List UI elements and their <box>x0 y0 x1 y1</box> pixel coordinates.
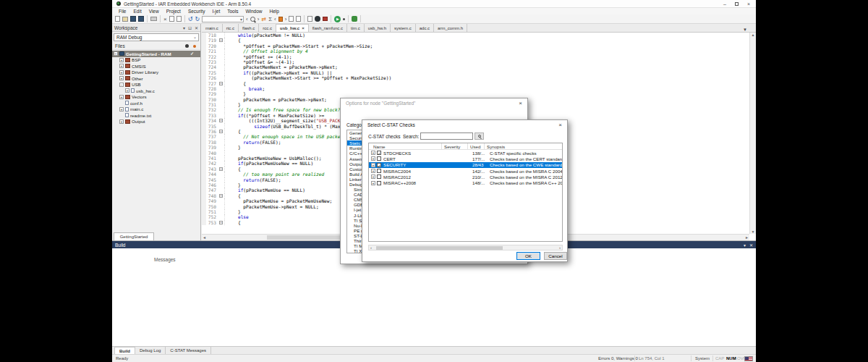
float-icon[interactable]: ⊡ <box>188 25 192 30</box>
code-line[interactable]: 718 while(pPacketMem != NULL) <box>202 33 749 38</box>
minimize-icon[interactable]: – <box>723 1 726 7</box>
expander-icon[interactable]: + <box>371 174 375 179</box>
fold-margin[interactable] <box>218 209 225 214</box>
find-next-icon[interactable]: › <box>258 16 260 22</box>
expander-icon[interactable]: + <box>119 107 124 111</box>
fold-margin[interactable] <box>218 151 225 156</box>
output-tab-build[interactable]: Build <box>114 347 135 354</box>
close-icon[interactable]: ✕ <box>749 243 753 248</box>
compile-icon[interactable] <box>289 16 294 22</box>
editor-tab-usb-hw-h[interactable]: usb_hw.h <box>365 24 391 32</box>
cancel-button[interactable]: Cancel <box>544 252 567 260</box>
code-line[interactable]: 724 pPacketMemNext = pPacketMem->pNext; <box>202 64 749 70</box>
scroll-right-icon[interactable]: ▸ <box>746 235 748 240</box>
fold-margin[interactable] <box>218 177 225 182</box>
code-line[interactable]: 721 // Offset alignment by 4 <box>202 49 749 54</box>
scroll-up-icon[interactable]: ▲ <box>752 33 755 37</box>
tree-item-gettingstarted-ram[interactable]: −GettingStarted - RAM✓ <box>112 51 200 57</box>
expander-icon[interactable]: − <box>114 51 118 56</box>
code-line[interactable]: 719− { <box>202 38 749 43</box>
menu-edit[interactable]: Edit <box>129 9 145 14</box>
fold-margin[interactable] <box>218 33 225 38</box>
code-line[interactable]: 722 *pOffset += (4-1); <box>202 54 749 59</box>
search-button[interactable] <box>475 132 484 140</box>
fold-margin[interactable] <box>218 59 225 64</box>
expander-icon[interactable]: + <box>119 58 124 62</box>
code-line[interactable]: 723 *pOffset &= ~(4-1); <box>202 59 749 64</box>
expander-icon[interactable]: + <box>125 88 129 93</box>
tree-item-main-c[interactable]: +main.c <box>112 106 200 113</box>
fold-margin[interactable] <box>218 86 225 91</box>
code-line[interactable]: 728 break; <box>202 86 749 91</box>
go-to-function-icon[interactable]: Σ <box>268 16 272 22</box>
fold-margin[interactable]: − <box>218 129 225 134</box>
menu-project[interactable]: Project <box>163 9 184 14</box>
redo-icon[interactable]: ↻ <box>195 16 200 22</box>
ok-button[interactable]: OK <box>516 252 540 260</box>
checks-horizontal-scrollbar[interactable]: ‹ › <box>368 245 563 251</box>
fold-margin[interactable]: − <box>218 220 225 225</box>
menu-i-jet[interactable]: I-jet <box>208 9 224 14</box>
checkbox[interactable] <box>377 181 381 185</box>
ijet-probe-icon[interactable] <box>352 16 357 22</box>
expander-icon[interactable]: + <box>119 119 124 124</box>
fold-margin[interactable]: − <box>218 118 225 123</box>
fold-margin[interactable] <box>218 161 225 166</box>
previous-bookmark-icon[interactable]: ‹ <box>274 16 276 22</box>
checkbox-checked[interactable]: ✓ <box>377 163 381 167</box>
workspace-tab[interactable]: GettingStarted <box>114 232 154 240</box>
editor-tab-flash-ramfunc-c[interactable]: flash_ramfunc.c <box>309 24 347 32</box>
fold-collapse-icon[interactable]: − <box>219 167 223 171</box>
fold-collapse-icon[interactable]: − <box>219 194 223 198</box>
tree-item-vectors[interactable]: +Vectors <box>112 94 200 101</box>
editor-tab-system-c[interactable]: system.c <box>391 24 416 32</box>
fold-margin[interactable]: − <box>218 167 225 172</box>
expander-icon[interactable]: − <box>119 83 124 87</box>
maximize-icon[interactable] <box>735 2 739 6</box>
fold-margin[interactable] <box>218 140 225 145</box>
expander-icon[interactable]: + <box>371 181 375 185</box>
fold-margin[interactable]: − <box>218 38 225 43</box>
check-row-misrac2012[interactable]: +MISRAC2012210/...Checks based on the MI… <box>369 174 562 180</box>
tree-item-readme-txt[interactable]: readme.txt <box>112 112 200 119</box>
gear-icon[interactable] <box>185 44 189 48</box>
output-tab-c-stat-messages[interactable]: C-STAT Messages <box>166 347 211 354</box>
checkbox[interactable] <box>377 174 381 179</box>
menu-security[interactable]: Security <box>184 9 208 14</box>
tree-item-other[interactable]: +Other <box>112 75 200 82</box>
fold-margin[interactable] <box>218 134 225 139</box>
check-row-security[interactable]: +✓SECURITY28/43Checks based on the CWE s… <box>369 162 562 168</box>
make-icon[interactable] <box>296 16 301 22</box>
fold-collapse-icon[interactable]: − <box>219 130 223 133</box>
editor-tab-rcc-c[interactable]: rcc.c <box>259 24 276 32</box>
expander-icon[interactable]: + <box>371 151 375 155</box>
fold-collapse-icon[interactable]: − <box>219 82 223 85</box>
expander-icon[interactable]: + <box>371 169 375 173</box>
save-icon[interactable] <box>130 16 136 22</box>
expander-icon[interactable]: + <box>119 76 124 80</box>
tree-item-bsp[interactable]: +BSP <box>112 57 200 64</box>
copy-icon[interactable] <box>169 16 174 22</box>
fold-margin[interactable] <box>218 172 225 177</box>
fold-margin[interactable] <box>218 182 225 188</box>
tree-item-usb-hw-c[interactable]: +usb_hw.c <box>112 88 200 94</box>
tree-item-driver-library[interactable]: +Driver Library <box>112 70 200 76</box>
find-icon[interactable] <box>250 17 255 22</box>
close-tab-icon[interactable]: × <box>302 26 305 30</box>
fold-collapse-icon[interactable]: − <box>219 119 223 122</box>
fold-margin[interactable] <box>218 43 225 49</box>
fold-margin[interactable] <box>218 75 225 80</box>
close-icon[interactable]: × <box>747 1 750 7</box>
tree-item-conf-h[interactable]: conf.h <box>112 100 200 106</box>
check-row-cert[interactable]: +CERT177/...Checks based on the CERT sta… <box>369 156 562 161</box>
cut-icon[interactable]: × <box>163 16 167 22</box>
tree-item-output[interactable]: +Output <box>112 119 200 125</box>
editor-tab-usb-hw-c[interactable]: usb_hw.c× <box>276 24 309 32</box>
check-row-stdchecks[interactable]: +✓STDCHECKS138/...C-STAT specific checks <box>369 150 562 156</box>
close-icon[interactable]: ✕ <box>195 25 198 30</box>
column-name[interactable]: Name <box>373 144 386 149</box>
checkbox[interactable] <box>377 169 381 173</box>
fold-margin[interactable] <box>218 91 225 96</box>
menu-file[interactable]: File <box>115 9 129 14</box>
editor-tab-arm-comm-h[interactable]: arm_comm.h <box>434 24 467 32</box>
